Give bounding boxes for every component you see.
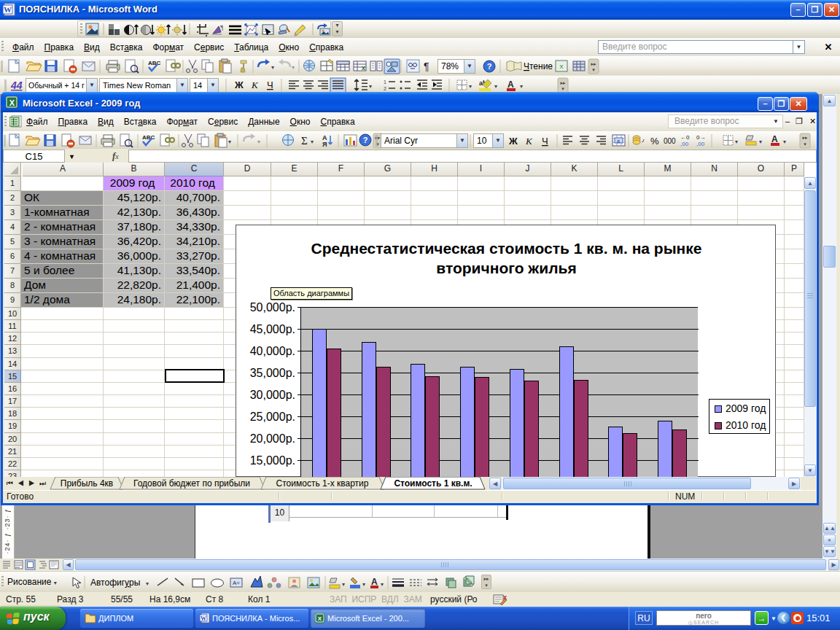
svg-text:A: A <box>771 134 778 144</box>
svg-text:Ж: Ж <box>508 136 518 147</box>
svg-text:▸▸: ▸▸ <box>591 61 596 66</box>
svg-text:Автофигуры: Автофигуры <box>90 578 140 588</box>
svg-text:X: X <box>9 98 15 107</box>
svg-text:←0: ←0 <box>680 134 690 141</box>
svg-text:X: X <box>559 63 564 70</box>
svg-text:44: 44 <box>10 79 23 91</box>
svg-text:▾: ▾ <box>342 581 345 588</box>
svg-text:К: К <box>251 79 259 90</box>
svg-text:%: % <box>650 136 659 147</box>
svg-text:Σ: Σ <box>301 135 308 147</box>
svg-text:▾: ▾ <box>146 580 149 587</box>
svg-text:,00: ,00 <box>680 141 689 147</box>
svg-text:▾: ▾ <box>271 64 274 71</box>
svg-text:?: ? <box>487 62 492 71</box>
svg-text:Ч: Ч <box>542 136 548 147</box>
svg-text:▾: ▾ <box>257 139 260 145</box>
svg-text:Чтение: Чтение <box>524 61 553 71</box>
svg-text:▾: ▾ <box>494 83 497 90</box>
svg-text:▸▸: ▸▸ <box>560 80 566 85</box>
svg-text:Стоимость 1 кв.м.: Стоимость 1 кв.м. <box>394 478 472 489</box>
svg-text:A: A <box>371 577 378 587</box>
svg-text:,00: ,00 <box>696 141 705 147</box>
svg-text:▸▸: ▸▸ <box>802 135 808 140</box>
svg-text:▾: ▾ <box>292 64 295 71</box>
svg-text:▾: ▾ <box>804 141 806 147</box>
svg-text:Ж: Ж <box>234 79 244 90</box>
svg-text:W: W <box>4 5 12 14</box>
svg-text:0→: 0→ <box>696 134 705 141</box>
svg-text:Прибыль 4кв: Прибыль 4кв <box>61 478 113 489</box>
svg-text:▾: ▾ <box>228 139 231 145</box>
svg-text:A: A <box>508 79 514 90</box>
svg-text:?: ? <box>363 136 368 144</box>
svg-text:▾: ▾ <box>759 139 762 145</box>
svg-text:A=: A= <box>233 580 240 586</box>
svg-text:x: x <box>503 594 507 601</box>
svg-text:Ч: Ч <box>267 79 273 90</box>
svg-text:▾: ▾ <box>311 139 314 145</box>
svg-text:X: X <box>318 615 322 622</box>
svg-text:000: 000 <box>664 137 676 145</box>
svg-text:ABC: ABC <box>142 134 155 141</box>
svg-text:▾: ▾ <box>381 581 384 588</box>
svg-text:▾: ▾ <box>735 139 738 145</box>
svg-text:К: К <box>525 136 533 147</box>
svg-text:a: a <box>617 139 620 144</box>
svg-text:▾: ▾ <box>520 83 523 90</box>
svg-text:¶: ¶ <box>424 61 429 72</box>
svg-text:▾: ▾ <box>592 67 595 72</box>
svg-text:x: x <box>362 64 365 71</box>
svg-text:2: 2 <box>384 86 386 91</box>
svg-text:▾: ▾ <box>561 86 564 91</box>
svg-text:Стоимость 1-х квартир: Стоимость 1-х квартир <box>276 478 369 489</box>
svg-text:▾: ▾ <box>369 83 372 90</box>
svg-text:Годовой бюджет по прибыли: Годовой бюджет по прибыли <box>133 478 250 489</box>
svg-text:▾: ▾ <box>362 581 365 588</box>
svg-text:▾: ▾ <box>469 83 472 90</box>
svg-text:Я: Я <box>322 141 327 148</box>
svg-text:▾: ▾ <box>783 139 786 145</box>
svg-text:ABC: ABC <box>148 60 161 66</box>
svg-text:W: W <box>201 615 206 622</box>
svg-text:1: 1 <box>384 79 386 85</box>
